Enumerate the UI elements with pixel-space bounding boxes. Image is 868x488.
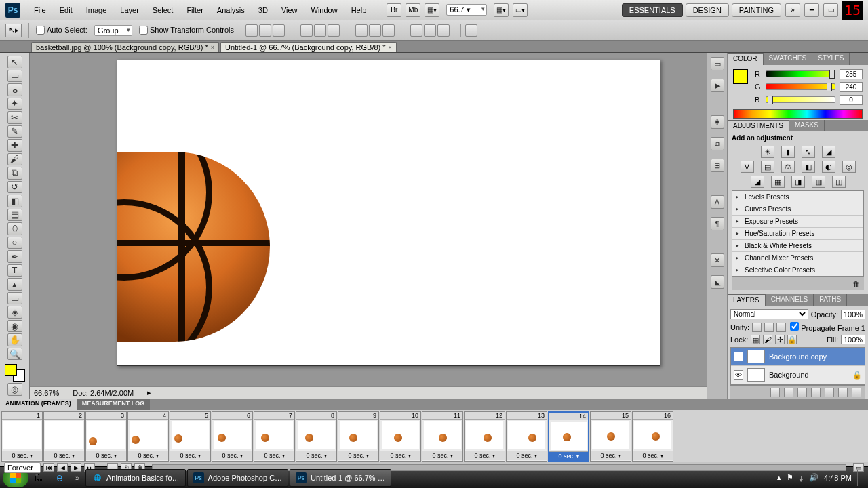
- clone-stamp-tool-icon[interactable]: ⧉: [7, 167, 22, 180]
- zoom-level-select[interactable]: 66.7 ▾: [446, 4, 487, 16]
- type-tool-icon[interactable]: T: [7, 264, 22, 277]
- info-panel-icon[interactable]: ◣: [711, 275, 724, 289]
- animation-frame[interactable]: 20 sec.: [43, 411, 85, 462]
- frame-delay[interactable]: 0 sec.: [422, 451, 462, 460]
- clone-panel-icon[interactable]: ⧉: [711, 137, 724, 150]
- delete-layer-icon[interactable]: [852, 388, 861, 397]
- layer-row[interactable]: 👁Background copy: [731, 348, 865, 366]
- group-icon[interactable]: [825, 388, 834, 397]
- gradient-tool-icon[interactable]: ▤: [7, 209, 22, 222]
- healing-brush-tool-icon[interactable]: ✚: [7, 139, 22, 152]
- crop-tool-icon[interactable]: ✂: [7, 111, 22, 124]
- frame-delay[interactable]: 0 sec.: [44, 451, 84, 460]
- document-tab[interactable]: Untitled-1 @ 66.7% (Background copy, RGB…: [220, 42, 397, 52]
- menu-analysis[interactable]: Analysis: [210, 0, 252, 20]
- document-canvas[interactable]: [117, 60, 660, 366]
- blue-value[interactable]: 0: [840, 95, 863, 105]
- new-layer-icon[interactable]: [838, 388, 848, 397]
- align-top-icon[interactable]: [245, 24, 258, 37]
- menu-3d[interactable]: 3D: [252, 0, 275, 20]
- dodge-tool-icon[interactable]: ○: [7, 237, 22, 249]
- animation-frame[interactable]: 160 sec.: [632, 411, 673, 462]
- fill-input[interactable]: 100%: [841, 335, 865, 344]
- animation-frame[interactable]: 130 sec.: [506, 411, 547, 462]
- threshold-icon[interactable]: ◨: [791, 176, 805, 188]
- hue-icon[interactable]: ▤: [761, 161, 774, 173]
- maximize-icon[interactable]: ▭: [823, 3, 838, 17]
- preset-item[interactable]: Channel Mixer Presets: [732, 252, 863, 264]
- tab-measurement-log[interactable]: MEASUREMENT LOG: [77, 399, 151, 410]
- animation-frame[interactable]: 100 sec.: [380, 411, 421, 462]
- marquee-tool-icon[interactable]: ▭: [7, 70, 22, 83]
- history-brush-tool-icon[interactable]: ↺: [7, 181, 22, 194]
- actions-panel-icon[interactable]: ▶: [711, 79, 724, 92]
- frame-delay[interactable]: 0 sec.: [380, 451, 420, 460]
- menu-image[interactable]: Image: [79, 0, 114, 20]
- workspace-painting[interactable]: PAINTING: [732, 3, 781, 17]
- frame-delay[interactable]: 0 sec.: [549, 451, 588, 460]
- frame-delay[interactable]: 0 sec.: [254, 451, 294, 460]
- zoom-readout[interactable]: 66.67%: [34, 389, 59, 397]
- animation-frame[interactable]: 110 sec.: [422, 411, 463, 462]
- align-right-icon[interactable]: [328, 24, 340, 37]
- workspace-design[interactable]: DESIGN: [686, 3, 729, 17]
- brightness-icon[interactable]: ☀: [761, 146, 774, 158]
- more-workspaces-button[interactable]: »: [785, 3, 800, 17]
- tab-channels[interactable]: CHANNELS: [766, 294, 814, 306]
- vibrance-icon[interactable]: V: [741, 161, 754, 173]
- tab-animation-frames[interactable]: ANIMATION (FRAMES): [0, 399, 77, 410]
- distribute-hcenter-icon[interactable]: [424, 24, 436, 37]
- menu-file[interactable]: File: [27, 0, 53, 20]
- menu-help[interactable]: Help: [344, 0, 374, 20]
- frame-delay[interactable]: 0 sec.: [591, 451, 631, 460]
- minibridge-button[interactable]: Mb: [406, 3, 420, 17]
- history-panel-icon[interactable]: ▭: [711, 57, 724, 70]
- brush-tool-icon[interactable]: 🖌: [7, 153, 22, 166]
- levels-icon[interactable]: ▮: [781, 146, 795, 158]
- spectrum-bar[interactable]: [733, 109, 863, 119]
- distribute-vcenter-icon[interactable]: [369, 24, 381, 37]
- align-hcenter-icon[interactable]: [314, 24, 326, 37]
- blur-tool-icon[interactable]: ⬯: [7, 222, 22, 235]
- animation-frame[interactable]: 90 sec.: [338, 411, 379, 462]
- animation-frame[interactable]: 120 sec.: [464, 411, 505, 462]
- preset-item[interactable]: Exposure Presets: [732, 216, 863, 228]
- quick-mask-icon[interactable]: ◎: [7, 383, 22, 396]
- tab-swatches[interactable]: SWATCHES: [764, 53, 813, 65]
- red-slider[interactable]: [766, 70, 835, 77]
- visibility-icon[interactable]: 👁: [734, 352, 743, 361]
- distribute-left-icon[interactable]: [410, 24, 422, 37]
- trash-icon[interactable]: 🗑: [852, 280, 860, 288]
- frame-delay[interactable]: 0 sec.: [633, 451, 673, 460]
- lock-position-icon[interactable]: ✢: [775, 335, 785, 344]
- blend-mode-select[interactable]: Normal: [730, 309, 808, 319]
- red-value[interactable]: 255: [840, 69, 863, 79]
- network-icon[interactable]: ⏚: [799, 474, 804, 482]
- auto-select-mode[interactable]: Group: [94, 25, 132, 36]
- frame-delay[interactable]: 0 sec.: [465, 451, 505, 460]
- brushpresets-panel-icon[interactable]: ⊞: [711, 159, 724, 172]
- tab-masks[interactable]: MASKS: [789, 120, 825, 132]
- frame-delay[interactable]: 0 sec.: [507, 451, 547, 460]
- opacity-input[interactable]: 100%: [841, 310, 865, 319]
- move-tool-icon[interactable]: ↖: [7, 56, 22, 68]
- distribute-right-icon[interactable]: [437, 24, 450, 37]
- loop-select[interactable]: Forever: [4, 462, 41, 473]
- ie-pin-icon[interactable]: e: [50, 469, 69, 487]
- canvas-area[interactable]: 66.67% Doc: 2.64M/2.00M ▸: [30, 53, 707, 399]
- animation-frame[interactable]: 10 sec.: [1, 411, 43, 462]
- close-icon[interactable]: ×: [211, 44, 214, 51]
- shape-tool-icon[interactable]: ▭: [7, 292, 22, 305]
- zoom-tool-icon[interactable]: 🔍: [7, 348, 22, 361]
- animation-frame[interactable]: 30 sec.: [85, 411, 127, 462]
- blue-slider[interactable]: [766, 96, 835, 103]
- lock-all-icon[interactable]: 🔒: [787, 335, 797, 344]
- lock-transparency-icon[interactable]: ▦: [751, 335, 760, 344]
- arrange-documents-button[interactable]: ▦▾: [494, 3, 509, 17]
- paragraph-panel-icon[interactable]: ¶: [711, 217, 724, 230]
- play-button[interactable]: ▶: [71, 463, 81, 472]
- animation-frame[interactable]: 80 sec.: [296, 411, 337, 462]
- link-layers-icon[interactable]: [770, 388, 780, 397]
- show-desktop-button[interactable]: [857, 470, 863, 486]
- tab-color[interactable]: COLOR: [728, 53, 764, 65]
